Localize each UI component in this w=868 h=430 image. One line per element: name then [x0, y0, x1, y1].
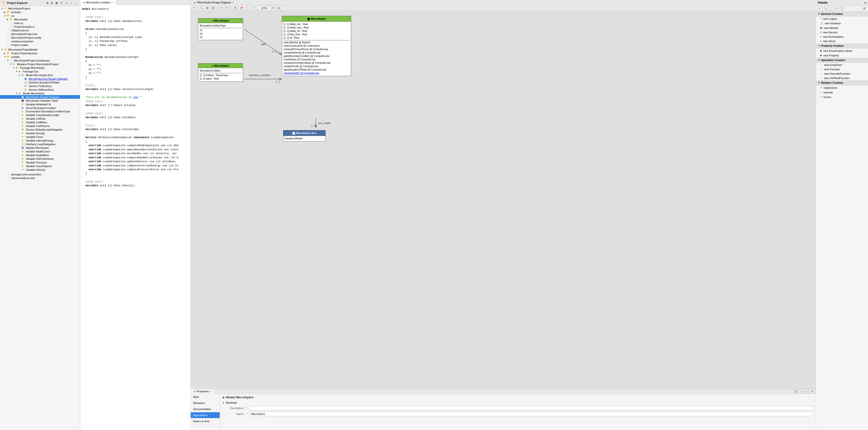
prop-tab-close-icon[interactable]: ✕ [210, 390, 212, 393]
prop-maximize-btn[interactable]: □ [805, 390, 809, 393]
diagram-canvas[interactable]: type [0..1] boundary_condition [1..*] eo… [191, 11, 816, 389]
prop-new-window-btn[interactable]: ⊡ [793, 390, 798, 393]
tree-item-var-soundspeed[interactable]: ★ Variable SoundSpeed [0, 164, 80, 168]
tree-item-packagecolors[interactable]: 📄 packagecolors.properties [0, 172, 80, 176]
tree-item-microhydro-project[interactable]: ▼ 📁 MicroHydroProject [0, 6, 80, 10]
minimize-icon[interactable]: ─ [69, 1, 73, 5]
zoom-in-btn2[interactable]: + [253, 6, 257, 10]
palette-select-btn[interactable]: ↖ [817, 6, 822, 10]
tree-item-cmakelists[interactable]: 📄 CMakeLists.txt [0, 28, 80, 32]
palette-connect-btn[interactable]: ↗ [834, 6, 838, 10]
tree-item-src[interactable]: ▼ 📂 src [0, 14, 80, 18]
zoom-dropdown-btn[interactable]: ▾ [271, 6, 275, 10]
prop-close-btn[interactable]: ✕ [810, 390, 815, 393]
menu-icon[interactable]: ▾ [64, 1, 68, 5]
prop-minimize-btn[interactable]: ─ [799, 390, 804, 393]
uml-box-eos[interactable]: ▣ MicroHydro.Eos EquationOfState [283, 130, 326, 142]
tree-item-var-velocity[interactable]: ★ Variable Velocity [0, 168, 80, 171]
tree-item-proj-deps[interactable]: ▶ 📂 Project Dependencies [0, 51, 80, 55]
tree-item-package-microhydro[interactable]: ▼ ◈ Package MicroHydro [0, 66, 80, 69]
close-icon[interactable]: ✕ [46, 2, 49, 4]
undo-btn[interactable]: ↩ [219, 6, 223, 10]
zoom-out-btn[interactable]: − [247, 6, 252, 10]
palette-item-new-property[interactable]: ◆ new Property [816, 53, 868, 58]
tree-item-model-microhydro-eos[interactable]: ▼ ◎ Model MicroHydro.Eos [0, 73, 80, 77]
palette-item-new-enumeration[interactable]: ≡ new Enumeration [816, 34, 868, 39]
tree-item-config[interactable]: 📄 MicroHydroProject.config [0, 36, 80, 39]
palette-item-new-service[interactable]: ≡ new Service [816, 30, 868, 34]
tree-item-modaneprj[interactable]: ▼ 📄 MicroHydroProject.modaneprj [0, 59, 80, 62]
tree-item-var-cellmass[interactable]: ★ Variable CellMass [0, 120, 80, 124]
prop-description-help-icon[interactable]: ? [246, 407, 248, 409]
palette-item-new-enum-literal[interactable]: ◆ new Enumeration Literal [816, 49, 868, 53]
tree-item-includes[interactable]: ▶ 📂 Includes [0, 10, 80, 14]
tree-item-package-eos[interactable]: ▼ ◈ Package Eos [0, 69, 80, 73]
tree-item-var-cellcqs[interactable]: ★ Variable CellCqs [0, 117, 80, 120]
tree-item-var-internalenergy[interactable]: ★ Variable InternalEnergy [0, 139, 80, 142]
zoom-input[interactable]: 125% [258, 6, 270, 10]
palette-expand-icon[interactable]: » [864, 1, 866, 4]
palette-item-new-module[interactable]: ▦ new Module [816, 26, 868, 30]
tree-item-var-nodemass[interactable]: ★ Variable NodeMass [0, 153, 80, 157]
tree-item-model-microhydro-main[interactable]: ▼ ◎ Model MicroHydro [0, 91, 80, 95]
layout-btn[interactable]: ⊟ [211, 6, 216, 10]
tree-item-module[interactable]: ▦ Module MicroHydro [0, 146, 80, 150]
tree-item-var-cellvolume[interactable]: ★ Variable CellVolume [0, 124, 80, 128]
palette-item-extends[interactable]: ↗ extends [816, 90, 868, 95]
code-editor-content[interactable]: model MicroHydro; [dump sync] Variable C… [80, 5, 190, 430]
tree-item-design-eos[interactable]: ▣ MicroHydro.Eos Design Diagram [0, 77, 80, 81]
tree-item-var-caracteristic[interactable]: ★ Variable CaracteristicLength [0, 113, 80, 117]
tree-item-models[interactable]: ▼ 📂 models [0, 55, 80, 59]
tree-item-modane-props[interactable]: 📄 modane.properties [0, 39, 80, 43]
arrange-btn[interactable]: ⊞ [205, 6, 210, 10]
collapse-all-icon[interactable]: ⊟ [50, 1, 54, 5]
tree-item-arc[interactable]: 📄 MicroHydroProject.arc [0, 32, 80, 36]
link-editor-icon[interactable]: ⛓ [55, 1, 59, 5]
palette-settings-btn[interactable]: ⚙ [862, 6, 867, 10]
palette-item-new-interface[interactable]: ⬜ new Interface [816, 21, 868, 26]
tree-item-interface-eos[interactable]: ⬜ Interface EquationOfState [0, 81, 80, 84]
prop-menu-rulers[interactable]: Rulers & Grid [191, 418, 220, 424]
uml-box-main[interactable]: ◉ MicroHydro [1..1] deltat_min : Real [1… [282, 16, 351, 76]
palette-section-property-creation[interactable]: ▼ Property Creation [816, 43, 868, 49]
prop-description-input[interactable] [250, 406, 813, 410]
palette-item-implements[interactable]: ↗ implements [816, 85, 868, 90]
tree-item-var-density[interactable]: ★ Variable Density [0, 131, 80, 135]
palette-item-new-unittestfunction[interactable]: → new UnitTestFunction [816, 76, 868, 80]
tree-item-var-oldcell[interactable]: ★ Variable OldCellVolume [0, 157, 80, 161]
redo-btn[interactable]: ↪ [224, 6, 229, 10]
palette-zoom-btn[interactable]: 🔍 [823, 6, 828, 10]
tree-item-service-perfect[interactable]: ⚙ Service PerfectGas [0, 84, 80, 88]
tree-item-model-root[interactable]: ▼ 📁 MicroHydroProjectModel [0, 48, 80, 51]
prop-menu-appearance[interactable]: Appearance [191, 412, 220, 418]
tree-item-interface-loop[interactable]: ⬜ Interface LoopDelegation [0, 142, 80, 146]
tree-item-cmake[interactable]: 📄 Project.cmake [0, 43, 80, 47]
palette-section-element-creation[interactable]: ▼ Element Creation [816, 11, 868, 17]
prop-tab-properties[interactable]: ◈ Properties ✕ [191, 389, 215, 394]
tree-item-variables-table[interactable]: ▦ MicroHydro Variables Table [0, 99, 80, 103]
tree-item-main-cc[interactable]: 📄 main.cc [0, 21, 80, 25]
tree-item-service-stiffened[interactable]: ⚙ Service StiffenedGas [0, 88, 80, 91]
prop-name-help-icon[interactable]: ? [246, 412, 248, 415]
tree-item-microhydro-src[interactable]: ▶ 📂 MicroHydro [0, 18, 80, 21]
prop-name-input[interactable] [250, 412, 813, 416]
tree-item-var-pressure[interactable]: ★ Variable Pressure [0, 161, 80, 164]
tree-item-var-nodecoord[interactable]: ★ Variable NodeCoord [0, 150, 80, 153]
editor-tab-modane[interactable]: ◈ MicroHydro.modane ✕ [80, 0, 116, 5]
tab-close-icon[interactable]: ✕ [111, 1, 113, 4]
tree-item-var-adiabatic[interactable]: ★ Variable AdiabaticCst [0, 103, 80, 106]
palette-item-new-overridefunction[interactable]: → new OverrideFunction [816, 71, 868, 76]
tree-item-modane-project[interactable]: ▼ ⬡ Modane Project MicroHydroProject [0, 62, 80, 66]
tree-item-design-main[interactable]: ▣ MicroHydro Design Diagram [0, 95, 80, 99]
palette-item-knows[interactable]: ↗ knows [816, 95, 868, 99]
palette-item-new-legacy[interactable]: □ new Legacy [816, 17, 868, 21]
pin-btn[interactable]: 📌 [238, 6, 244, 10]
palette-item-new-entrypoint[interactable]: → new EntryPoint [816, 63, 868, 67]
diagram-tab-main[interactable]: ◈ *MicroHydro Design Diagram ✕ [191, 0, 237, 5]
tree-item-struct-boundary[interactable]: ⊞ Struct BoundaryCondition [0, 106, 80, 110]
fit-btn[interactable]: ⊡ [276, 6, 281, 10]
uml-box-bc[interactable]: ≡ MicroHydro BoundaryCondition [1..1] su… [198, 63, 243, 82]
prop-menu-documentation[interactable]: Documentation [191, 406, 220, 412]
tab-close-icon[interactable]: ✕ [232, 1, 234, 4]
palette-section-operation-creation[interactable]: ▼ Operation Creation [816, 58, 868, 63]
